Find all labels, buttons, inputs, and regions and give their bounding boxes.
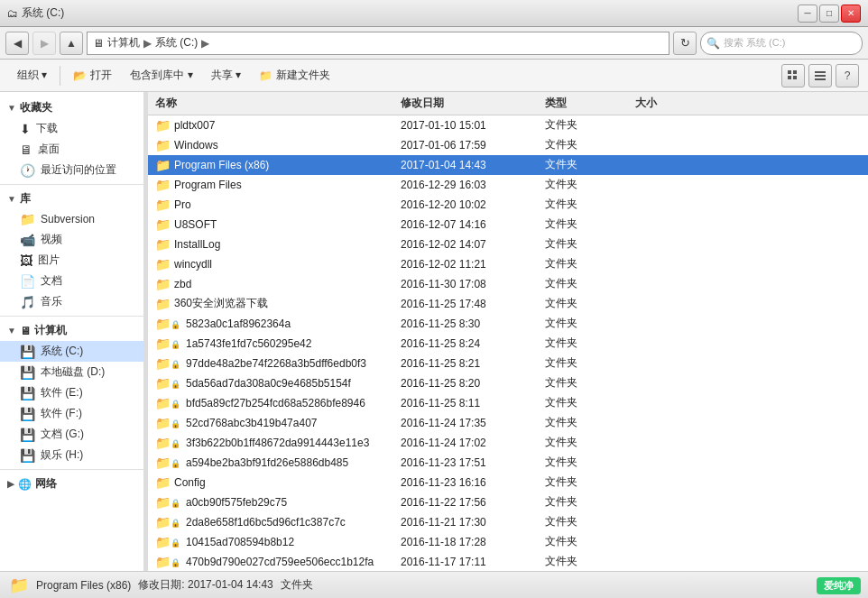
table-row[interactable]: 📁 🔒 a0cb90f575feb29c75 2016-11-22 17:56 … (148, 492, 868, 512)
table-row[interactable]: 📁 zbd 2016-11-30 17:08 文件夹 (148, 274, 868, 294)
file-type-cell: 文件夹 (545, 256, 635, 271)
breadcrumb-systemC[interactable]: 系统 (C:) (155, 35, 198, 51)
table-row[interactable]: 📁 🔒 5823a0c1af8962364a 2016-11-25 8:30 文… (148, 314, 868, 334)
table-row[interactable]: 📁 🔒 5da56ad7da308a0c9e4685b5154f 2016-11… (148, 373, 868, 393)
sidebar-item-softF[interactable]: 💾 软件 (F:) (0, 403, 143, 424)
svg-rect-6 (815, 78, 826, 80)
table-row[interactable]: 📁 🔒 3f3b622b0b1ff48672da9914443e11e3 201… (148, 433, 868, 453)
table-row[interactable]: 📁 U8SOFT 2016-12-07 14:16 文件夹 (148, 215, 868, 235)
minimize-button[interactable]: ─ (798, 5, 817, 23)
table-row[interactable]: 📁 🔒 bfd5a89cf27b254fcd68a5286bfe8946 201… (148, 393, 868, 413)
share-button[interactable]: 共享 ▾ (203, 63, 249, 88)
table-row[interactable]: 📁 🔒 10415ad708594b8b12 2016-11-18 17:28 … (148, 532, 868, 552)
table-row[interactable]: 📁 360安全浏览器下载 2016-11-25 17:48 文件夹 (148, 294, 868, 314)
sidebar-header-library[interactable]: ▼ 库 (0, 189, 143, 209)
toolbar: 组织 ▾ 📂 打开 包含到库中 ▾ 共享 ▾ 📁 新建文件夹 ? (0, 60, 868, 92)
file-name: 2da8e658f1d6bc5d96cf1c387c7c (186, 516, 346, 529)
table-row[interactable]: 📁 Windows 2017-01-06 17:59 文件夹 (148, 135, 868, 155)
file-name: Windows (174, 139, 218, 152)
include-library-button[interactable]: 包含到库中 ▾ (122, 63, 200, 88)
sidebar-item-localD[interactable]: 💾 本地磁盘 (D:) (0, 362, 143, 382)
sidebar-item-desktop[interactable]: 🖥 桌面 (0, 139, 143, 160)
table-row[interactable]: 📁 Program Files 2016-12-29 16:03 文件夹 (148, 175, 868, 195)
col-name-header[interactable]: 名称 (148, 96, 401, 111)
help-button[interactable]: ? (836, 64, 859, 87)
table-row[interactable]: 📁 Program Files (x86) 2017-01-04 14:43 文… (148, 155, 868, 175)
file-name-cell: 📁 U8SOFT (148, 217, 401, 232)
col-date-header[interactable]: 修改日期 (401, 96, 545, 111)
table-row[interactable]: 📁 InstallLog 2016-12-02 14:07 文件夹 (148, 235, 868, 254)
search-box[interactable]: 🔍 搜索 系统 (C:) (700, 32, 863, 55)
file-type-cell: 文件夹 (545, 316, 635, 331)
table-row[interactable]: 📁 🔒 1a5743fe1fd7c560295e42 2016-11-25 8:… (148, 334, 868, 354)
sidebar-item-softE[interactable]: 💾 软件 (E:) (0, 382, 143, 403)
organize-button[interactable]: 组织 ▾ (9, 63, 55, 88)
sidebar-item-recent[interactable]: 🕐 最近访问的位置 (0, 160, 143, 180)
file-type-cell: 文件夹 (545, 455, 635, 470)
sidebar-item-subversion[interactable]: 📁 Subversion (0, 209, 143, 229)
sidebar-item-video[interactable]: 📹 视频 (0, 229, 143, 250)
file-list-scroll[interactable]: 📁 pldtx007 2017-01-10 15:01 文件夹 📁 Window… (148, 115, 868, 571)
table-row[interactable]: 📁 🔒 97dde48a2be74f2268a3b5dff6edb0f3 201… (148, 354, 868, 373)
table-row[interactable]: 📁 🔒 52cd768abc3b419b47a407 2016-11-24 17… (148, 413, 868, 433)
table-row[interactable]: 📁 🔒 a594be2ba3bf91fd26e5886db485 2016-11… (148, 453, 868, 473)
status-folder-icon: 📁 (9, 575, 29, 595)
sidebar-header-favorites-label: 收藏夹 (20, 100, 52, 115)
file-date-cell: 2016-11-25 8:21 (401, 357, 545, 370)
file-type-cell: 文件夹 (545, 415, 635, 430)
subversion-icon: 📁 (20, 212, 35, 226)
file-name: a594be2ba3bf91fd26e5886db485 (186, 456, 348, 469)
back-button[interactable]: ◀ (5, 32, 29, 55)
sidebar-item-entH[interactable]: 💾 娱乐 (H:) (0, 445, 143, 465)
file-name-cell: 📁 🔒 a0cb90f575feb29c75 (148, 495, 401, 510)
forward-button[interactable]: ▶ (32, 32, 56, 55)
title-bar: 🗂 系统 (C:) ─ □ ✕ (0, 0, 868, 27)
open-button[interactable]: 📂 打开 (65, 63, 120, 88)
col-type-header[interactable]: 类型 (545, 96, 635, 111)
table-row[interactable]: 📁 Pro 2016-12-20 10:02 文件夹 (148, 195, 868, 215)
sidebar-header-favorites[interactable]: ▼ 收藏夹 (0, 97, 143, 118)
downloads-icon: ⬇ (20, 122, 31, 136)
sidebar-item-picture[interactable]: 🖼 图片 (0, 250, 143, 271)
table-row[interactable]: 📁 pldtx007 2017-01-10 15:01 文件夹 (148, 115, 868, 135)
file-date-cell: 2016-11-23 17:51 (401, 456, 545, 469)
refresh-button[interactable]: ↻ (673, 32, 697, 55)
sidebar-item-docG[interactable]: 💾 文档 (G:) (0, 424, 143, 445)
file-type-cell: 文件夹 (545, 494, 635, 510)
file-folder-icon: 📁 (155, 396, 171, 410)
sidebar-section-library: ▼ 库 📁 Subversion 📹 视频 🖼 图片 📄 文档 🎵 音乐 (0, 189, 143, 312)
localD-icon: 💾 (20, 365, 35, 380)
file-folder-icon: 📁 (155, 118, 171, 133)
lock-icon: 🔒 (171, 439, 180, 448)
sidebar-header-computer[interactable]: ▼ 🖥 计算机 (0, 320, 143, 341)
sidebar-item-sysC[interactable]: 💾 系统 (C:) (0, 341, 143, 362)
table-row[interactable]: 📁 🔒 2da8e658f1d6bc5d96cf1c387c7c 2016-11… (148, 512, 868, 532)
breadcrumb-computer[interactable]: 计算机 (107, 35, 140, 51)
main-area: ▼ 收藏夹 ⬇ 下载 🖥 桌面 🕐 最近访问的位置 ▼ 库 (0, 92, 868, 571)
table-row[interactable]: 📁 wincydll 2016-12-02 11:21 文件夹 (148, 254, 868, 274)
file-name: wincydll (174, 258, 212, 271)
document-icon: 📄 (20, 274, 35, 289)
sidebar-item-downloads[interactable]: ⬇ 下载 (0, 118, 143, 139)
new-folder-button[interactable]: 📁 新建文件夹 (251, 63, 338, 88)
details-view-button[interactable] (808, 64, 832, 87)
table-row[interactable]: 📁 Config 2016-11-23 16:16 文件夹 (148, 473, 868, 492)
view-toggle-button[interactable] (781, 64, 805, 87)
file-type-cell: 文件夹 (545, 137, 635, 152)
docG-icon: 💾 (20, 428, 35, 442)
table-row[interactable]: 📁 🔒 470b9d790e027cd759ee506ecc1b12fa 201… (148, 552, 868, 571)
up-button[interactable]: ▲ (60, 32, 83, 55)
col-size-header[interactable]: 大小 (635, 96, 707, 111)
close-button[interactable]: ✕ (841, 5, 861, 23)
file-type-cell: 文件夹 (545, 534, 635, 549)
file-date-cell: 2016-11-25 8:11 (401, 397, 545, 409)
sidebar-item-music[interactable]: 🎵 音乐 (0, 291, 143, 312)
file-type-cell: 文件夹 (545, 395, 635, 410)
sidebar-divider-2 (0, 316, 143, 317)
maximize-button[interactable]: □ (819, 5, 839, 23)
address-path[interactable]: 🖥 计算机 ▶ 系统 (C:) ▶ (87, 32, 669, 55)
sidebar-header-network[interactable]: ▶ 🌐 网络 (0, 474, 143, 494)
file-name: U8SOFT (174, 218, 217, 231)
picture-icon: 🖼 (20, 253, 32, 268)
sidebar-item-document[interactable]: 📄 文档 (0, 271, 143, 291)
